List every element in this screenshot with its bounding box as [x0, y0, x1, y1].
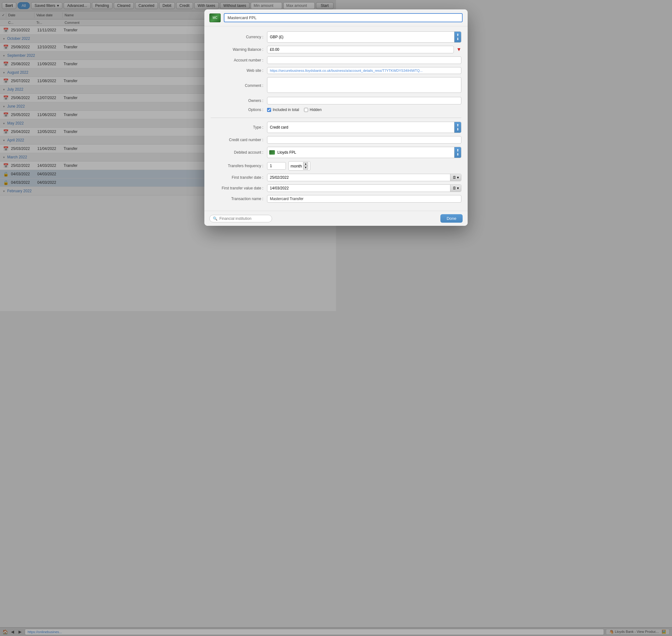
type-row: Type : Credit card ⬆⬇	[211, 122, 336, 133]
owners-label: Owners :	[211, 98, 267, 103]
modal-body: Currency : GBP (£) ⬆⬇ Warning Balance :	[204, 26, 336, 211]
owners-control	[267, 97, 336, 104]
transfers-freq-row: Transfers frequency : month ▲ ▼	[211, 161, 336, 171]
currency-label: Currency :	[211, 35, 267, 39]
account-icon-text: MC	[212, 16, 218, 19]
financial-institution-search: 🔍	[209, 215, 272, 222]
credit-card-number-control	[267, 136, 336, 144]
type-label: Type :	[211, 125, 267, 130]
included-total-checkbox[interactable]	[267, 108, 271, 112]
freq-stepper: ▲ ▼	[303, 162, 308, 170]
credit-card-number-input[interactable]	[267, 136, 336, 144]
debited-account-control: Lloyds FPL ⬆⬇	[267, 147, 336, 158]
hidden-text: Hidden	[310, 107, 322, 112]
debited-select-wrap: Lloyds FPL ⬆⬇	[267, 147, 336, 158]
debited-account-icon	[269, 150, 275, 155]
included-total-label[interactable]: Included in total	[267, 107, 299, 112]
website-row: Web site :	[211, 67, 336, 74]
first-transfer-value-date-wrap: 🗓 ▾	[267, 184, 336, 192]
account-title-input[interactable]	[224, 13, 336, 22]
hidden-checkbox[interactable]	[304, 108, 308, 112]
warning-row: ▼	[267, 46, 336, 53]
freq-up-btn[interactable]: ▲	[303, 162, 308, 166]
modal-bottom-bar: 🔍 Done	[204, 211, 336, 226]
first-transfer-value-date-label: First transfer value date :	[211, 186, 267, 191]
warning-balance-control: ▼	[267, 46, 336, 53]
comment-row: Comment :	[211, 77, 336, 94]
options-label: Options :	[211, 107, 267, 112]
account-number-label: Account number :	[211, 58, 267, 62]
freq-unit-wrap: month ▲ ▼	[288, 161, 310, 171]
type-select-wrap: Credit card ⬆⬇	[267, 122, 336, 133]
warning-balance-input[interactable]	[267, 46, 336, 53]
credit-card-number-label: Credit card number :	[211, 138, 267, 142]
website-control	[267, 67, 336, 74]
transaction-name-input[interactable]	[267, 195, 336, 203]
options-row: Options : Included in total Hidden	[211, 107, 336, 112]
options-control: Included in total Hidden	[267, 107, 336, 112]
first-transfer-date-input[interactable]	[267, 174, 336, 181]
account-icon: MC	[209, 14, 221, 22]
owners-row: Owners :	[211, 97, 336, 104]
transfers-freq-input[interactable]	[267, 162, 286, 170]
form-divider	[211, 118, 336, 118]
options-checkboxes: Included in total Hidden	[267, 107, 336, 112]
comment-label: Comment :	[211, 83, 267, 88]
comment-control	[267, 77, 336, 94]
hidden-label[interactable]: Hidden	[304, 107, 322, 112]
credit-card-number-row: Credit card number :	[211, 136, 336, 144]
owners-input[interactable]	[267, 97, 336, 104]
debited-account-text: Lloyds FPL	[275, 149, 336, 156]
account-number-input[interactable]	[267, 57, 336, 64]
debited-account-row: Debited account : Lloyds FPL ⬆⬇	[211, 147, 336, 158]
transfers-freq-control: month ▲ ▼	[267, 161, 336, 171]
first-transfer-value-date-row: First transfer value date : 🗓 ▾	[211, 184, 336, 192]
modal-title-bar: MC	[204, 9, 336, 26]
currency-row: Currency : GBP (£) ⬆⬇	[211, 32, 336, 43]
type-control: Credit card ⬆⬇	[267, 122, 336, 133]
transfers-freq-label: Transfers frequency :	[211, 164, 267, 168]
account-number-row: Account number :	[211, 57, 336, 64]
transaction-name-row: Transaction name :	[211, 195, 336, 203]
first-transfer-value-date-input[interactable]	[267, 185, 336, 192]
comment-textarea[interactable]	[267, 77, 336, 93]
search-icon: 🔍	[213, 216, 218, 221]
account-settings-modal: MC Currency : GBP (£) ⬆⬇	[204, 9, 336, 226]
modal-overlay: MC Currency : GBP (£) ⬆⬇	[0, 0, 336, 318]
website-input[interactable]	[267, 67, 336, 74]
transaction-name-label: Transaction name :	[211, 197, 267, 201]
freq-unit-text: month	[290, 164, 302, 168]
first-transfer-value-date-control: 🗓 ▾	[267, 184, 336, 192]
currency-select[interactable]: GBP (£)	[267, 34, 336, 40]
type-select[interactable]: Credit card	[267, 124, 336, 131]
first-transfer-date-row: First transfer date : 🗓 ▾	[211, 174, 336, 181]
currency-select-wrap: GBP (£) ⬆⬇	[267, 32, 336, 43]
warning-balance-label: Warning Balance :	[211, 47, 267, 52]
currency-control: GBP (£) ⬆⬇	[267, 32, 336, 43]
included-total-text: Included in total	[273, 107, 299, 112]
financial-institution-input[interactable]	[219, 216, 269, 221]
freq-down-btn[interactable]: ▼	[303, 166, 308, 170]
transaction-name-control	[267, 195, 336, 203]
first-transfer-date-label: First transfer date :	[211, 175, 267, 180]
first-transfer-date-control: 🗓 ▾	[267, 174, 336, 181]
first-transfer-date-wrap: 🗓 ▾	[267, 174, 336, 181]
freq-row: month ▲ ▼	[267, 161, 336, 171]
warning-balance-row: Warning Balance : ▼	[211, 46, 336, 53]
account-number-control	[267, 57, 336, 64]
debited-account-label: Debited account :	[211, 150, 267, 155]
website-label: Web site :	[211, 68, 267, 73]
